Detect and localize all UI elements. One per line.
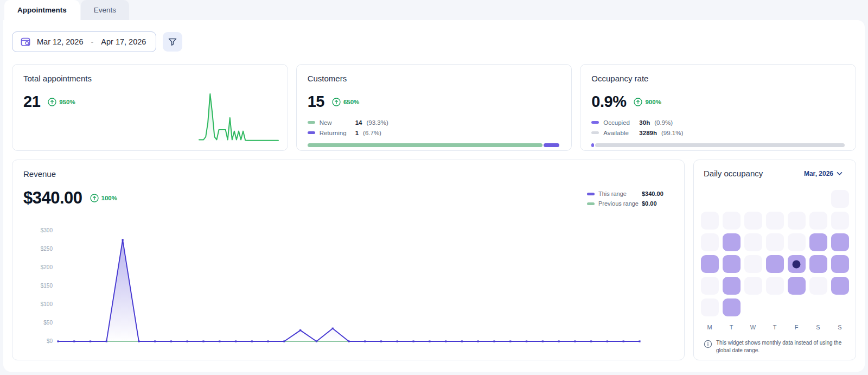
available-swatch bbox=[591, 131, 599, 134]
filter-icon bbox=[168, 37, 177, 47]
trend-badge: 650% bbox=[332, 98, 359, 106]
occupancy-rate-value: 0.9% bbox=[591, 93, 626, 111]
occupancy-day-cell[interactable] bbox=[831, 190, 849, 208]
trend-value: 100% bbox=[101, 195, 117, 201]
svg-text:$300: $300 bbox=[41, 227, 53, 233]
tab-appointments[interactable]: Appointments bbox=[4, 0, 80, 20]
selected-day-dot bbox=[793, 260, 801, 268]
card-occupancy-rate: Occupancy rate 0.9% 900% Occupied 30h (0… bbox=[580, 64, 856, 151]
occupancy-day-cell[interactable] bbox=[788, 233, 806, 251]
occupancy-note: This widget shows monthly data instead o… bbox=[701, 339, 848, 354]
bar-segment bbox=[308, 143, 542, 147]
occupancy-day-cell[interactable] bbox=[831, 255, 849, 273]
occupancy-day-cell bbox=[809, 190, 827, 208]
legend-value: 14 bbox=[355, 119, 362, 126]
total-appointments-value: 21 bbox=[23, 93, 40, 111]
day-label: F bbox=[788, 324, 806, 330]
filter-button[interactable] bbox=[163, 32, 182, 52]
occupancy-day-cell[interactable] bbox=[701, 298, 719, 316]
occupancy-day-cell bbox=[723, 190, 741, 208]
occupancy-day-cell[interactable] bbox=[788, 212, 806, 230]
appointments-sparkline bbox=[197, 90, 280, 145]
occupancy-day-cell bbox=[831, 298, 849, 316]
legend-value: 3289h bbox=[639, 130, 657, 136]
card-customers: Customers 15 650% New 14 (93.3%) bbox=[296, 64, 572, 151]
occupancy-day-cell[interactable] bbox=[701, 255, 719, 273]
occupancy-day-cell[interactable] bbox=[831, 277, 849, 295]
occupancy-day-cell[interactable] bbox=[744, 212, 762, 230]
returning-swatch bbox=[308, 131, 315, 134]
occupancy-day-cell[interactable] bbox=[723, 277, 741, 295]
legend-this-range: This range bbox=[587, 190, 639, 197]
date-range-picker[interactable]: Mar 12, 2026 - Apr 17, 2026 bbox=[12, 31, 156, 52]
tab-bar: Appointments Events bbox=[0, 0, 868, 20]
card-revenue: Revenue $340.00 100% This range $340.00 bbox=[12, 160, 685, 360]
occupancy-day-cell[interactable] bbox=[766, 255, 784, 273]
card-title: Customers bbox=[308, 74, 561, 83]
revenue-chart: $0$50$100$150$200$250$300 bbox=[23, 222, 673, 352]
legend-label: Previous range bbox=[598, 200, 639, 207]
bar-segment bbox=[595, 143, 845, 147]
legend-label: New bbox=[320, 119, 351, 126]
occupancy-day-cell[interactable] bbox=[809, 233, 827, 251]
occupancy-day-cell bbox=[766, 298, 784, 316]
occupancy-day-cell[interactable] bbox=[809, 277, 827, 295]
occupancy-day-cell[interactable] bbox=[766, 212, 784, 230]
occupancy-day-cell[interactable] bbox=[788, 255, 806, 273]
revenue-value: $340.00 bbox=[23, 188, 82, 208]
occupancy-day-cell bbox=[744, 298, 762, 316]
day-label: T bbox=[723, 324, 741, 330]
customers-progress-bar bbox=[308, 143, 561, 147]
date-range-start: Mar 12, 2026 bbox=[37, 37, 83, 46]
previous-range-swatch bbox=[587, 202, 595, 205]
occupancy-day-cell[interactable] bbox=[723, 298, 741, 316]
trend-up-icon bbox=[90, 194, 99, 202]
occupancy-day-cell[interactable] bbox=[723, 233, 741, 251]
month-label: Mar, 2026 bbox=[804, 170, 833, 177]
day-label: S bbox=[831, 324, 849, 330]
occupancy-day-cell[interactable] bbox=[809, 212, 827, 230]
legend-pct: (6.7%) bbox=[363, 130, 381, 136]
occupancy-day-cell[interactable] bbox=[744, 255, 762, 273]
occupancy-day-cell[interactable] bbox=[766, 277, 784, 295]
bar-segment bbox=[591, 143, 594, 147]
tab-events[interactable]: Events bbox=[81, 0, 129, 20]
this-range-swatch bbox=[587, 193, 595, 195]
occupancy-day-cell[interactable] bbox=[831, 233, 849, 251]
customers-value: 15 bbox=[308, 93, 324, 111]
occupancy-day-cell[interactable] bbox=[744, 277, 762, 295]
trend-value: 950% bbox=[59, 99, 75, 105]
occupancy-day-cell[interactable] bbox=[723, 255, 741, 273]
legend-pct: (93.3%) bbox=[366, 119, 388, 126]
day-label: S bbox=[809, 324, 827, 330]
dashboard-panel: Mar 12, 2026 - Apr 17, 2026 Total appoin… bbox=[3, 20, 865, 372]
occupancy-day-cell[interactable] bbox=[744, 233, 762, 251]
new-swatch bbox=[308, 121, 315, 124]
legend-pct: (99.1%) bbox=[661, 130, 683, 136]
trend-up-icon bbox=[332, 98, 341, 106]
revenue-legend: This range $340.00 Previous range $0.00 bbox=[587, 190, 672, 207]
legend-label: Occupied bbox=[603, 119, 635, 126]
occupancy-day-cell[interactable] bbox=[701, 212, 719, 230]
occupancy-day-cell[interactable] bbox=[701, 233, 719, 251]
card-title: Daily occupancy bbox=[704, 169, 763, 178]
month-selector[interactable]: Mar, 2026 bbox=[801, 169, 846, 178]
trend-badge: 100% bbox=[90, 194, 117, 202]
occupancy-day-cell[interactable] bbox=[809, 255, 827, 273]
legend-value: 1 bbox=[355, 130, 359, 136]
occupancy-day-cell bbox=[788, 190, 806, 208]
legend-value: $340.00 bbox=[642, 190, 672, 197]
occupancy-day-cell[interactable] bbox=[723, 212, 741, 230]
bar-segment bbox=[544, 143, 559, 147]
occupancy-day-cell bbox=[701, 190, 719, 208]
occupancy-day-cell[interactable] bbox=[766, 233, 784, 251]
info-icon bbox=[704, 340, 712, 348]
occupancy-day-cell[interactable] bbox=[788, 277, 806, 295]
trend-badge: 900% bbox=[634, 98, 661, 106]
occupancy-day-cell[interactable] bbox=[701, 277, 719, 295]
day-label: W bbox=[744, 324, 762, 330]
occupancy-day-cell[interactable] bbox=[831, 212, 849, 230]
calendar-search-icon bbox=[20, 36, 31, 48]
trend-value: 650% bbox=[343, 99, 359, 105]
day-label: M bbox=[701, 324, 719, 330]
